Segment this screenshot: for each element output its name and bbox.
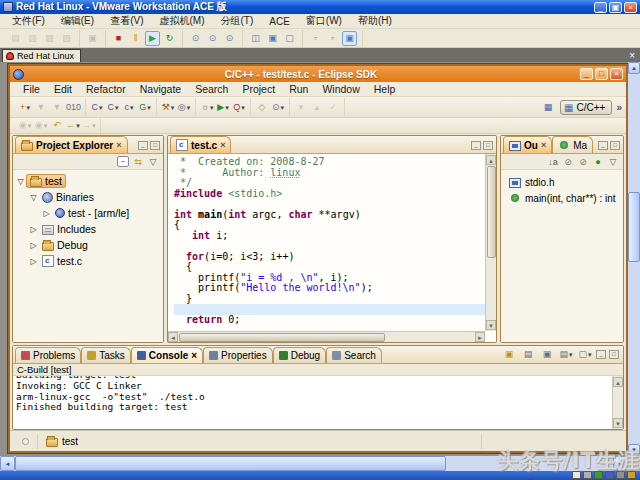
eclipse-menu-navigate[interactable]: Navigate xyxy=(133,83,188,95)
eclipse-minimize-button[interactable]: _ xyxy=(580,68,593,80)
hide-fields-icon[interactable]: ⊘ xyxy=(562,157,574,167)
perspective-c-cpp-button[interactable]: ▦C/C++ xyxy=(560,100,612,115)
code-editor[interactable]: * Created on: 2008-8-27 * Author: linux … xyxy=(168,154,496,342)
eclipse-menu-window[interactable]: Window xyxy=(315,83,366,95)
restore-button[interactable]: ▣ xyxy=(609,2,622,13)
tab-ma[interactable]: Ma xyxy=(552,136,593,153)
summary-view-icon[interactable]: ▣ xyxy=(265,31,280,46)
take-snapshot-icon[interactable]: ⊙ xyxy=(188,31,203,46)
suspend-icon[interactable]: ‖ xyxy=(128,31,143,46)
pin-console-icon[interactable]: ▣ xyxy=(540,347,554,361)
expanded-arrow-icon[interactable]: ▽ xyxy=(28,193,39,202)
tree-item-test-c[interactable]: ▷test.c xyxy=(13,253,163,269)
toggle-mark-icon[interactable]: ▾ xyxy=(294,100,308,114)
new-cpp-project-icon[interactable]: C▾ xyxy=(106,100,120,114)
console-output[interactable]: Building target: testInvoking: GCC C Lin… xyxy=(16,376,612,429)
code-line[interactable]: return 0; xyxy=(174,315,485,326)
vm-menu-item[interactable]: 虚拟机(M) xyxy=(151,14,212,28)
build-config-icon[interactable]: ◎▾ xyxy=(177,100,191,114)
collapsed-arrow-icon[interactable]: ▷ xyxy=(41,209,52,218)
vm-settings-icon[interactable]: ▤ xyxy=(8,31,23,46)
build-all-icon[interactable]: 010 xyxy=(66,100,81,114)
collapsed-arrow-icon[interactable]: ▷ xyxy=(28,241,39,250)
capture-movie-icon[interactable]: ▨ xyxy=(59,31,74,46)
close-view-icon[interactable]: × xyxy=(116,140,121,150)
collapsed-arrow-icon[interactable]: ▷ xyxy=(28,225,39,234)
save-all-icon[interactable]: ▼ xyxy=(50,100,64,114)
build-icon[interactable]: ⚒▾ xyxy=(161,100,175,114)
vm-menu-item[interactable]: 窗口(W) xyxy=(298,14,350,28)
code-line[interactable]: printf("Hello the world!\n"); xyxy=(174,283,485,294)
maximize-view-button[interactable]: □ xyxy=(150,141,160,150)
fullscreen-mode-icon[interactable]: ▫ xyxy=(325,31,340,46)
profile-icon[interactable]: Q▾ xyxy=(232,100,246,114)
dropdown-caret-icon[interactable]: ▾ xyxy=(569,351,573,358)
manage-snapshots-icon[interactable]: ⊙ xyxy=(222,31,237,46)
vm-menu-item[interactable]: 文件(F) xyxy=(4,14,53,28)
close-button[interactable]: × xyxy=(624,2,637,13)
scroll-up-icon[interactable]: ▲ xyxy=(613,377,623,387)
dropdown-caret-icon[interactable]: ▾ xyxy=(99,104,103,111)
dropdown-caret-icon[interactable]: ▾ xyxy=(171,104,175,111)
eclipse-menu-project[interactable]: Project xyxy=(235,83,282,95)
snapshot-manager-icon[interactable]: ▥ xyxy=(25,31,40,46)
eclipse-menu-edit[interactable]: Edit xyxy=(47,83,79,95)
tree-item-binaries[interactable]: ▽Binaries xyxy=(13,189,163,205)
expanded-arrow-icon[interactable]: ▽ xyxy=(15,177,26,186)
new-c-file-icon[interactable]: c▾ xyxy=(122,100,136,114)
vm-tab-close-icon[interactable]: × xyxy=(624,50,640,61)
forward-history-icon[interactable]: →▾ xyxy=(82,119,96,133)
minimize-view-button[interactable]: _ xyxy=(138,141,148,150)
scroll-up-icon[interactable]: ▲ xyxy=(628,62,640,74)
dropdown-caret-icon[interactable]: ▾ xyxy=(28,122,32,129)
code-text[interactable]: * Created on: 2008-8-27 * Author: linux … xyxy=(168,155,485,331)
view-menu-icon[interactable]: ▽ xyxy=(147,157,159,167)
tab-ou[interactable]: Ou× xyxy=(503,136,552,153)
sort-icon[interactable]: ↓a xyxy=(547,157,559,167)
tab-project-explorer[interactable]: Project Explorer × xyxy=(15,136,128,153)
eclipse-menu-file[interactable]: File xyxy=(16,83,47,95)
new-wizard-icon[interactable]: +▾ xyxy=(18,100,32,114)
tab-console[interactable]: Console× xyxy=(131,347,203,363)
dropdown-caret-icon[interactable]: ▾ xyxy=(225,104,229,111)
maximize-view-button[interactable]: □ xyxy=(609,350,619,359)
perspective-chevron-icon[interactable]: » xyxy=(616,102,622,113)
eclipse-menu-run[interactable]: Run xyxy=(282,83,315,95)
console-view-icon[interactable]: ▢ xyxy=(282,31,297,46)
code-template-icon[interactable]: G▾ xyxy=(138,100,152,114)
vm-menu-item[interactable]: 分组(T) xyxy=(212,14,261,28)
eclipse-menu-search[interactable]: Search xyxy=(188,83,235,95)
show-sidebar-icon[interactable]: ◫ xyxy=(248,31,263,46)
minimize-editor-button[interactable]: _ xyxy=(471,141,481,150)
quick-switch-icon[interactable]: ▫ xyxy=(308,31,323,46)
editor-vscroll-thumb[interactable] xyxy=(487,166,496,258)
revert-snapshot-icon[interactable]: ⊙ xyxy=(205,31,220,46)
close-view-icon[interactable]: × xyxy=(191,350,197,361)
debug-icon[interactable]: ☼▾ xyxy=(200,100,214,114)
dropdown-caret-icon[interactable]: ▾ xyxy=(115,104,119,111)
editor-horizontal-scrollbar[interactable]: ◄ ► xyxy=(168,331,485,342)
dropdown-caret-icon[interactable]: ▾ xyxy=(281,104,285,111)
run-icon[interactable]: ▶▾ xyxy=(216,100,230,114)
minimize-button[interactable]: _ xyxy=(594,2,607,13)
display-selected-console-icon[interactable]: ▤▾ xyxy=(559,347,573,361)
guest-hscroll-thumb[interactable] xyxy=(15,456,446,471)
collapse-all-icon[interactable]: − xyxy=(117,156,129,167)
collapsed-arrow-icon[interactable]: ▷ xyxy=(28,257,39,266)
code-line[interactable]: #include <stdio.h> xyxy=(174,189,485,200)
dropdown-caret-icon[interactable]: ▾ xyxy=(147,104,151,111)
dropdown-caret-icon[interactable]: ▾ xyxy=(130,104,134,111)
vm-menu-item[interactable]: 帮助(H) xyxy=(350,14,400,28)
hide-static-icon[interactable]: ⊘ xyxy=(577,157,589,167)
dropdown-caret-icon[interactable]: ▾ xyxy=(92,122,96,129)
scroll-down-icon[interactable]: ▼ xyxy=(486,320,496,330)
appliance-icon[interactable]: ▣ xyxy=(85,31,100,46)
editor-hscroll-thumb[interactable] xyxy=(179,333,385,342)
tree-item-test-arm-le-[interactable]: ▷test - [arm/le] xyxy=(13,205,163,221)
view-menu-icon[interactable]: ▽ xyxy=(607,157,619,167)
console-vertical-scrollbar[interactable]: ▲ ▼ xyxy=(612,376,623,429)
scroll-left-icon[interactable]: ◄ xyxy=(168,332,178,342)
power-off-icon[interactable]: ■ xyxy=(111,31,126,46)
tab-problems[interactable]: Problems xyxy=(15,347,81,363)
outline-item[interactable]: main(int, char**) : int xyxy=(501,190,623,206)
